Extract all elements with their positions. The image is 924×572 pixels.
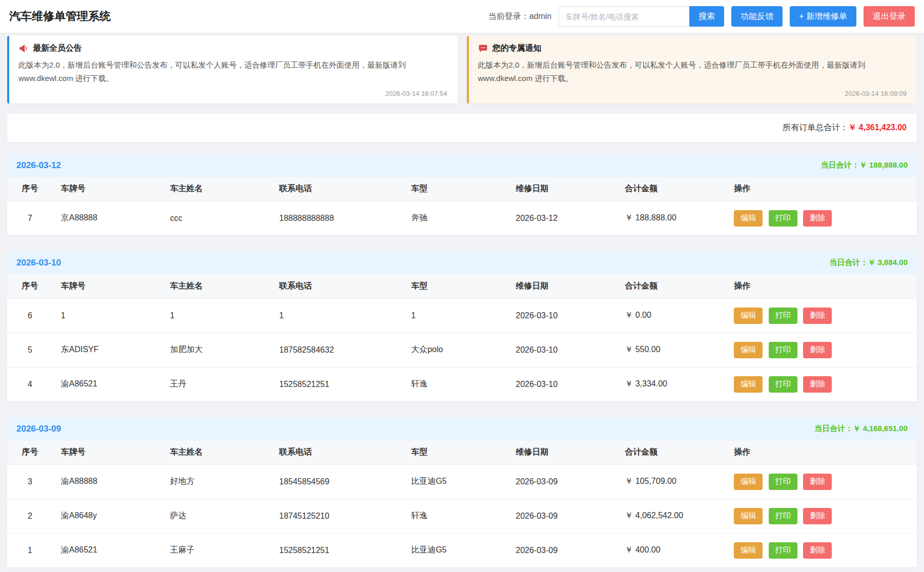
announcement-card: 最新全员公告 此版本为2.0，新增后台账号管理和公告发布，可以私发个人账号，适合… bbox=[7, 36, 458, 104]
date-group-header: 2026-03-12 当日合计：￥ 188,888.00 bbox=[7, 154, 917, 177]
print-button[interactable]: 打印 bbox=[769, 508, 797, 524]
cell-amount: ￥ 188,888.00 bbox=[617, 201, 726, 235]
delete-button[interactable]: 删除 bbox=[803, 342, 832, 358]
date-group: 2026-03-12 当日合计：￥ 188,888.00 序号车牌号车主姓名联系… bbox=[7, 154, 917, 235]
delete-button[interactable]: 删除 bbox=[803, 210, 832, 227]
column-header: 合计金额 bbox=[617, 440, 726, 465]
cell-amount: ￥ 105,709.00 bbox=[617, 464, 726, 499]
column-header: 车牌号 bbox=[53, 177, 162, 201]
print-button[interactable]: 打印 bbox=[769, 376, 797, 393]
cell-actions: 编辑 打印 删除 bbox=[726, 298, 917, 333]
table-header-row: 序号车牌号车主姓名联系电话车型维修日期合计金额操作 bbox=[7, 177, 917, 201]
cell-owner: 王丹 bbox=[162, 367, 271, 401]
cell-phone: 188888888888 bbox=[271, 201, 403, 235]
cell-plate: 东ADISYF bbox=[53, 333, 162, 367]
cell-phone: 1 bbox=[271, 298, 403, 333]
cell-owner: ccc bbox=[162, 201, 271, 235]
cell-model: 1 bbox=[403, 298, 507, 333]
announcement-title-row: 最新全员公告 bbox=[18, 43, 447, 54]
cell-amount: ￥ 3,334.00 bbox=[617, 367, 726, 401]
table-row: 1 渝A86521 王麻子 15258521251 比亚迪G5 2026-03-… bbox=[7, 533, 917, 567]
column-header: 操作 bbox=[726, 440, 917, 465]
column-header: 操作 bbox=[726, 274, 917, 299]
cell-repair-date: 2026-03-10 bbox=[507, 298, 617, 333]
delete-button[interactable]: 删除 bbox=[803, 308, 832, 324]
cell-model: 比亚迪G5 bbox=[403, 533, 507, 567]
cell-seq: 6 bbox=[7, 298, 53, 333]
personal-notice-title-row: 您的专属通知 bbox=[478, 43, 907, 54]
print-button[interactable]: 打印 bbox=[769, 342, 797, 358]
column-header: 车型 bbox=[403, 274, 507, 299]
chat-bubble-icon bbox=[478, 44, 488, 53]
print-button[interactable]: 打印 bbox=[769, 474, 797, 490]
print-button[interactable]: 打印 bbox=[769, 210, 797, 227]
print-button[interactable]: 打印 bbox=[769, 308, 797, 324]
column-header: 车牌号 bbox=[53, 274, 162, 299]
edit-button[interactable]: 编辑 bbox=[734, 376, 763, 393]
group-date: 2026-03-12 bbox=[16, 160, 61, 171]
delete-button[interactable]: 删除 bbox=[803, 542, 832, 559]
column-header: 联系电话 bbox=[271, 177, 403, 201]
cell-seq: 3 bbox=[7, 464, 53, 499]
column-header: 操作 bbox=[726, 177, 917, 201]
date-group-header: 2026-03-09 当日合计：￥ 4,168,651.00 bbox=[7, 418, 917, 440]
search-input[interactable] bbox=[559, 6, 689, 27]
cell-plate: 渝A86521 bbox=[53, 367, 162, 401]
megaphone-icon bbox=[18, 44, 28, 53]
delete-button[interactable]: 删除 bbox=[803, 508, 832, 524]
column-header: 合计金额 bbox=[617, 274, 726, 299]
delete-button[interactable]: 删除 bbox=[803, 474, 832, 490]
column-header: 车主姓名 bbox=[162, 440, 271, 465]
current-user-name: admin bbox=[529, 12, 552, 21]
edit-button[interactable]: 编辑 bbox=[734, 474, 763, 490]
edit-button[interactable]: 编辑 bbox=[734, 508, 763, 524]
edit-button[interactable]: 编辑 bbox=[734, 342, 763, 358]
delete-button[interactable]: 删除 bbox=[803, 376, 832, 393]
current-user: 当前登录：admin bbox=[488, 11, 552, 22]
date-group: 2026-03-09 当日合计：￥ 4,168,651.00 序号车牌号车主姓名… bbox=[7, 418, 917, 567]
personal-notice-body: 此版本为2.0，新增后台账号管理和公告发布，可以私发个人账号，适合修理厂员工带手… bbox=[478, 58, 907, 86]
cell-seq: 4 bbox=[7, 367, 53, 401]
announcement-title: 最新全员公告 bbox=[33, 43, 82, 54]
cell-model: 轩逸 bbox=[403, 367, 507, 401]
print-button[interactable]: 打印 bbox=[769, 542, 797, 559]
cell-amount: ￥ 400.00 bbox=[617, 533, 726, 567]
daily-total: 当日合计：￥ 3,884.00 bbox=[829, 258, 908, 268]
header-actions: 当前登录：admin 搜索 功能反馈 + 新增维修单 退出登录 bbox=[488, 6, 915, 27]
cell-repair-date: 2026-03-10 bbox=[507, 367, 617, 401]
cell-phone: 18545854569 bbox=[271, 464, 403, 499]
cell-actions: 编辑 打印 删除 bbox=[726, 333, 917, 367]
table-row: 6 1 1 1 1 2026-03-10 ￥ 0.00 编辑 打印 删除 bbox=[7, 298, 917, 333]
grand-total-amount: ￥ 4,361,423.00 bbox=[848, 123, 907, 132]
cell-plate: 1 bbox=[53, 298, 162, 333]
feedback-button[interactable]: 功能反馈 bbox=[731, 6, 783, 27]
table-row: 5 东ADISYF 加肥加大 187582584632 大众polo 2026-… bbox=[7, 333, 917, 367]
cell-plate: 渝A86521 bbox=[53, 533, 162, 567]
table-header-row: 序号车牌号车主姓名联系电话车型维修日期合计金额操作 bbox=[7, 274, 917, 299]
cell-model: 奔驰 bbox=[403, 201, 507, 235]
edit-button[interactable]: 编辑 bbox=[734, 308, 763, 324]
column-header: 车型 bbox=[403, 177, 507, 201]
edit-button[interactable]: 编辑 bbox=[734, 542, 763, 559]
cell-plate: 渝A88888 bbox=[53, 464, 162, 499]
cell-owner: 好地方 bbox=[162, 464, 271, 499]
date-group-header: 2026-03-10 当日合计：￥ 3,884.00 bbox=[7, 252, 917, 274]
group-date: 2026-03-09 bbox=[16, 424, 61, 434]
logout-button[interactable]: 退出登录 bbox=[864, 6, 915, 27]
edit-button[interactable]: 编辑 bbox=[734, 210, 763, 227]
announcement-timestamp: 2026-03-14 16:07:54 bbox=[18, 90, 447, 97]
personal-notice-card: 您的专属通知 此版本为2.0，新增后台账号管理和公告发布，可以私发个人账号，适合… bbox=[467, 36, 917, 104]
search-button[interactable]: 搜索 bbox=[689, 6, 724, 27]
cell-repair-date: 2026-03-12 bbox=[507, 201, 617, 235]
order-groups: 2026-03-12 当日合计：￥ 188,888.00 序号车牌号车主姓名联系… bbox=[7, 154, 917, 567]
cell-seq: 1 bbox=[7, 533, 53, 567]
column-header: 车主姓名 bbox=[162, 274, 271, 299]
header: 汽车维修单管理系统 当前登录：admin 搜索 功能反馈 + 新增维修单 退出登… bbox=[0, 0, 924, 33]
cell-repair-date: 2026-03-09 bbox=[507, 499, 617, 533]
add-repair-order-button[interactable]: + 新增维修单 bbox=[790, 6, 856, 27]
cell-seq: 7 bbox=[7, 201, 53, 235]
table-header-row: 序号车牌号车主姓名联系电话车型维修日期合计金额操作 bbox=[7, 440, 917, 465]
daily-total: 当日合计：￥ 188,888.00 bbox=[821, 160, 908, 170]
cell-actions: 编辑 打印 删除 bbox=[726, 201, 917, 235]
column-header: 车主姓名 bbox=[162, 177, 271, 201]
